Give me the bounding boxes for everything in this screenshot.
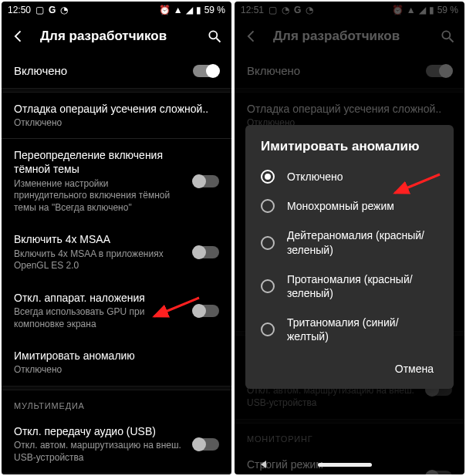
app-bar: Для разработчиков: [2, 19, 231, 54]
search-icon[interactable]: [207, 29, 222, 44]
page-title: Для разработчиков: [273, 29, 426, 44]
alarm-icon: ⏰: [159, 5, 171, 15]
alarm-icon: ⏰: [392, 5, 404, 15]
settings-list[interactable]: Включено Отладка операций усечения сложн…: [2, 54, 231, 474]
radio-option-tritanomaly[interactable]: Тританомалия (синий/желтый): [245, 308, 454, 351]
nav-home-pill[interactable]: [318, 463, 372, 467]
row-msaa[interactable]: Включить 4x MSAA Включить 4x MSAA в прил…: [2, 223, 231, 281]
dialog-simulate-anomaly: Имитировать аномалию Отключено Монохромн…: [245, 125, 454, 389]
master-toggle[interactable]: [193, 65, 219, 77]
google-icon: G: [49, 5, 56, 15]
master-toggle-label: Включено: [14, 63, 184, 79]
phone-left: 12:50 ▢ G ◔ ⏰ ▲ ◢ ▮ 59 % Для разработчик…: [2, 2, 231, 474]
toggle-msaa[interactable]: [193, 246, 219, 258]
weather-icon: ◔: [60, 5, 68, 15]
back-icon[interactable]: [11, 29, 26, 44]
radio-icon: [261, 236, 275, 250]
back-icon[interactable]: [244, 29, 259, 44]
image-icon: ▢: [35, 5, 44, 15]
status-battery: 59 %: [437, 5, 458, 15]
svg-point-2: [442, 31, 450, 39]
row-dark-theme-override[interactable]: Переопределение включения тёмной темы Из…: [2, 139, 231, 223]
battery-icon: ▮: [429, 5, 434, 15]
row-hw-overlays[interactable]: Откл. аппарат. наложения Всегда использо…: [2, 282, 231, 339]
radio-icon: [261, 322, 275, 336]
google-icon: G: [294, 5, 301, 15]
radio-option-protanomaly[interactable]: Протаномалия (красный/зеленый): [245, 265, 454, 308]
image-icon: ▢: [268, 5, 277, 15]
search-icon[interactable]: [440, 29, 455, 44]
cloud-icon: ◔: [282, 5, 289, 15]
page-title: Для разработчиков: [40, 29, 193, 44]
status-bar: 12:51 ▢ ◔ G ◔ ⏰ ▲ ◢ ▮ 59 %: [235, 2, 464, 19]
signal-icon: ◢: [419, 5, 426, 15]
status-time: 12:51: [241, 5, 264, 15]
app-bar: Для разработчиков: [235, 19, 464, 54]
svg-point-0: [209, 31, 217, 39]
status-battery: 59 %: [204, 5, 225, 15]
row-usb-audio[interactable]: Откл. передачу аудио (USB) Откл. автом. …: [2, 415, 231, 473]
row-simulate-anomaly[interactable]: Имитировать аномалию Отключено: [2, 339, 231, 386]
cancel-button[interactable]: Отмена: [387, 356, 441, 381]
dialog-title: Имитировать аномалию: [245, 139, 454, 162]
row-clip-debug[interactable]: Отладка операций усечения сложной.. Откл…: [2, 93, 231, 139]
radio-icon: [261, 279, 275, 293]
radio-icon: [261, 170, 275, 184]
status-time: 12:50: [8, 5, 31, 15]
wifi-icon: ▲: [407, 5, 416, 15]
toggle-usb-audio[interactable]: [193, 438, 219, 451]
radio-option-disabled[interactable]: Отключено: [245, 162, 454, 191]
section-multimedia: МУЛЬТИМЕДИА: [2, 390, 231, 415]
battery-icon: ▮: [196, 5, 201, 15]
phone-right: 12:51 ▢ ◔ G ◔ ⏰ ▲ ◢ ▮ 59 % Для разработч…: [235, 2, 464, 474]
nav-back-icon[interactable]: [261, 461, 266, 468]
wifi-icon: ▲: [174, 5, 183, 15]
nav-bar: [235, 456, 464, 473]
weather-icon: ◔: [306, 5, 313, 15]
toggle-hw-overlays[interactable]: [193, 305, 219, 317]
radio-icon: [261, 199, 275, 213]
status-bar: 12:50 ▢ G ◔ ⏰ ▲ ◢ ▮ 59 %: [2, 2, 231, 19]
radio-option-monochrome[interactable]: Монохромный режим: [245, 191, 454, 221]
master-toggle-row[interactable]: Включено: [2, 54, 231, 88]
radio-option-deuteranomaly[interactable]: Дейтераномалия (красный/зеленый): [245, 221, 454, 264]
signal-icon: ◢: [186, 5, 193, 15]
toggle-dark-theme[interactable]: [193, 175, 219, 187]
